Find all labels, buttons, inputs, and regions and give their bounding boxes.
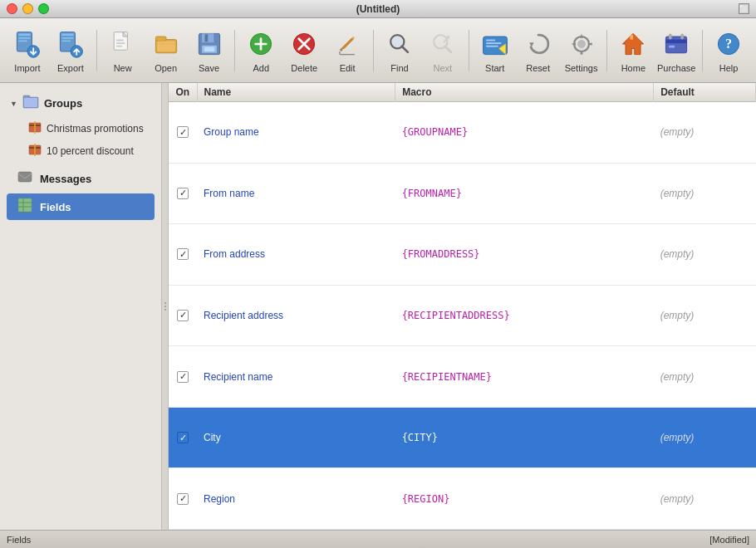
cell-checkbox[interactable] (169, 224, 197, 286)
table-row[interactable]: Region{REGION}(empty) (169, 468, 756, 530)
table-row[interactable]: City{CITY}(empty) (169, 407, 756, 468)
reset-label: Reset (526, 63, 550, 73)
cell-name: Recipient address (197, 285, 395, 346)
sidebar-groups-section: ▼ Groups (0, 88, 161, 164)
add-button[interactable]: Add (240, 22, 282, 79)
separator-1 (96, 30, 97, 71)
sidebar-groups-header[interactable]: ▼ Groups (7, 90, 155, 117)
col-header-name: Name (197, 83, 395, 102)
sidebar-item-messages[interactable]: Messages (7, 165, 155, 192)
svg-rect-13 (116, 40, 124, 42)
cell-macro: {CITY} (395, 407, 654, 468)
svg-rect-9 (61, 41, 71, 42)
separator-5 (606, 30, 607, 71)
table-row[interactable]: From name{FROMNAME}(empty) (169, 163, 756, 224)
groups-label: Groups (44, 97, 82, 110)
sidebar-item-discount[interactable]: 10 percent discount (23, 139, 155, 162)
start-label: Start (485, 63, 504, 73)
christmas-icon (28, 120, 42, 136)
window-controls[interactable] (7, 3, 49, 14)
separator-6 (702, 30, 703, 71)
edit-label: Edit (340, 63, 356, 73)
svg-rect-2 (18, 37, 30, 39)
home-button[interactable]: Home (612, 22, 654, 79)
svg-rect-49 (681, 33, 685, 39)
settings-button[interactable]: Settings (561, 22, 602, 79)
resize-dots (164, 302, 166, 311)
christmas-label: Christmas promotions (47, 123, 144, 135)
maximize-button[interactable] (38, 3, 49, 14)
svg-rect-7 (61, 33, 73, 36)
resize-button[interactable]: ⬜ (739, 3, 749, 14)
new-icon (106, 27, 140, 61)
find-label: Find (390, 63, 408, 73)
export-button[interactable]: Export (50, 22, 91, 79)
home-icon (616, 27, 650, 61)
toolbar: Import Export N (0, 18, 756, 83)
cell-macro: {FROMADDRESS} (395, 224, 654, 286)
table-row[interactable]: Recipient name{RECIPIENTNAME}(empty) (169, 346, 756, 408)
svg-rect-46 (666, 40, 687, 44)
cell-checkbox[interactable] (169, 163, 197, 224)
cell-macro: {FROMNAME} (395, 163, 654, 224)
separator-2 (234, 30, 235, 71)
svg-rect-3 (18, 41, 27, 42)
window-title: (Untitled) (356, 3, 400, 15)
svg-rect-45 (666, 37, 687, 53)
svg-rect-54 (24, 98, 37, 107)
svg-rect-18 (157, 41, 175, 51)
start-button[interactable]: Start (474, 22, 516, 79)
save-icon (193, 27, 226, 61)
add-icon (244, 27, 277, 61)
import-button[interactable]: Import (7, 22, 48, 79)
fields-table: On Name Macro Default Group name{GROUPNA… (169, 83, 756, 530)
svg-rect-22 (204, 34, 208, 42)
next-label: Next (434, 63, 453, 73)
find-button[interactable]: Find (379, 22, 420, 79)
triangle-icon: ▼ (10, 100, 17, 108)
svg-line-37 (445, 46, 451, 52)
table-row[interactable]: Group name{GROUPNAME}(empty) (169, 102, 756, 164)
help-button[interactable]: ? Help (708, 22, 749, 79)
svg-rect-47 (669, 46, 675, 48)
table-header-row: On Name Macro Default (169, 83, 756, 102)
svg-rect-15 (116, 46, 122, 47)
help-label: Help (719, 63, 739, 73)
cell-checkbox[interactable] (169, 407, 197, 468)
content-area: On Name Macro Default Group name{GROUPNA… (169, 83, 756, 530)
save-button[interactable]: Save (189, 22, 230, 79)
add-label: Add (253, 63, 270, 73)
svg-rect-8 (61, 37, 73, 39)
cell-checkbox[interactable] (169, 346, 197, 408)
start-icon (479, 27, 512, 61)
edit-button[interactable]: Edit (326, 22, 368, 79)
close-button[interactable] (7, 3, 17, 14)
sidebar-item-fields[interactable]: Fields (7, 193, 155, 220)
minimize-button[interactable] (22, 3, 33, 14)
svg-rect-48 (669, 33, 672, 39)
cell-name: From name (197, 163, 395, 224)
svg-rect-1 (18, 33, 30, 36)
new-button[interactable]: New (102, 22, 144, 79)
sidebar-item-christmas[interactable]: Christmas promotions (23, 117, 155, 139)
svg-point-34 (392, 37, 403, 47)
sidebar-resize-handle[interactable] (162, 83, 169, 530)
statusbar: Fields [Modified] (0, 530, 756, 548)
reset-button[interactable]: Reset (518, 22, 559, 79)
settings-label: Settings (565, 63, 598, 73)
export-icon (54, 27, 87, 61)
open-button[interactable]: Open (145, 22, 187, 79)
purchase-button[interactable]: Purchase (655, 22, 697, 79)
cell-checkbox[interactable] (169, 468, 197, 530)
table-row[interactable]: From address{FROMADDRESS}(empty) (169, 224, 756, 286)
next-button[interactable]: Next (422, 22, 464, 79)
discount-label: 10 percent discount (47, 145, 134, 157)
purchase-icon (660, 27, 693, 61)
save-label: Save (199, 63, 219, 73)
table-row[interactable]: Recipient address{RECIPIENTADDRESS}(empt… (169, 285, 756, 346)
cell-checkbox[interactable] (169, 102, 197, 164)
delete-button[interactable]: Delete (283, 22, 325, 79)
cell-checkbox[interactable] (169, 285, 197, 346)
cell-name: Recipient name (197, 346, 395, 408)
main-layout: ▼ Groups (0, 83, 756, 530)
